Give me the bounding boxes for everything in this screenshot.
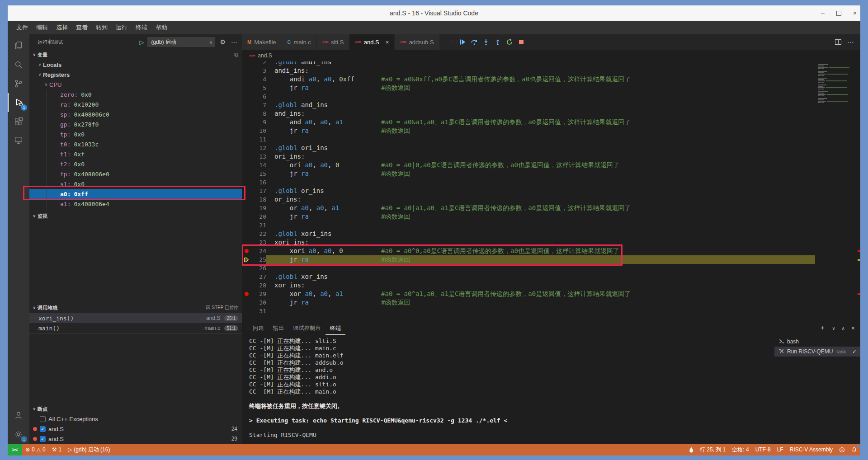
step-over-button[interactable] [471,38,478,46]
tree-item-registers[interactable]: ∨Registers [29,70,242,80]
breadcrumb[interactable]: ASM and.S [242,50,860,61]
gutter-slot[interactable] [242,264,251,272]
breakpoint-row[interactable]: ✓and.S24 [29,424,242,434]
register-row-gp[interactable]: gp:0x278f0 [29,119,242,129]
tab-addsub.S[interactable]: ASMaddsub.S [395,34,439,50]
tree-item-cpu[interactable]: ∨CPU [29,80,242,89]
gutter-slot[interactable] [242,290,251,298]
panel-tab-调试控制台[interactable]: 调试控制台 [288,321,326,335]
gutter-slot[interactable] [242,169,251,178]
tab-main.c[interactable]: Cmain.c [282,34,317,50]
code-line-16[interactable]: 16 [242,178,815,187]
step-into-button[interactable] [482,38,490,46]
code-line-10[interactable]: 10 jr ra #函数返回 [242,127,815,135]
notifications-bell-icon[interactable] [848,444,860,455]
gutter-slot[interactable] [242,187,251,195]
remote-indicator[interactable]: >< [8,444,22,455]
code-text[interactable] [266,221,815,230]
gutter-slot[interactable] [242,247,251,255]
breakpoint-checkbox[interactable]: ✓ [40,426,46,432]
tab-Makefile[interactable]: MMakefile [242,34,282,50]
gutter-slot[interactable] [242,230,251,238]
gutter-slot[interactable] [242,135,251,144]
gutter-slot[interactable] [242,75,251,84]
extensions-icon[interactable] [8,112,29,131]
explorer-icon[interactable] [8,36,29,55]
stop-button[interactable] [518,38,525,46]
code-line-3[interactable]: 3andi_ins: [242,66,815,75]
collapse-all-icon[interactable]: ⧉ [234,52,238,58]
code-line-23[interactable]: 23xori_ins: [242,238,815,247]
accounts-icon[interactable] [8,406,29,425]
register-row-tp[interactable]: tp:0x0 [29,129,242,139]
gutter-slot[interactable] [242,221,251,230]
gutter-slot[interactable] [242,84,251,92]
restart-button[interactable] [506,38,513,46]
code-line-22[interactable]: 22.globl xori_ins [242,230,815,238]
code-line-14[interactable]: 14 ori a0, a0, 0 #a0 = a0|0,a0是C语言调用者传递的… [242,161,815,169]
breakpoint-dot-icon[interactable] [245,292,249,296]
code-line-31[interactable]: 31 [242,307,815,315]
breakpoint-checkbox[interactable] [40,416,46,422]
breakpoint-dot-icon[interactable] [245,249,249,253]
code-line-20[interactable]: 20 jr ra #函数返回 [242,212,815,221]
code-line-30[interactable]: 30 jr ra #函数返回 [242,298,815,307]
gutter-slot[interactable] [242,212,251,221]
language-mode[interactable]: RISC-V Assembly [787,444,836,455]
code-line-7[interactable]: 7.globl and_ins [242,101,815,109]
code-line-19[interactable]: 19 or a0, a0, a1 #a0 = a0|a1,a0、a1是C语言调用… [242,204,815,212]
register-row-t2[interactable]: t2:0x0 [29,159,242,169]
menu-查看[interactable]: 查看 [72,21,92,34]
code-line-9[interactable]: 9 and a0, a0, a1 #a0 = a0&a1,a0、a1是C语言调用… [242,118,815,127]
code-line-15[interactable]: 15 jr ra #函数返回 [242,169,815,178]
menu-选择[interactable]: 选择 [52,21,72,34]
register-row-a1[interactable]: a1:0x408006e4 [29,199,242,209]
search-icon[interactable] [8,55,29,74]
new-terminal-icon[interactable]: ＋ [819,324,826,332]
panel-tab-终端[interactable]: 终端 [326,321,346,335]
code-text[interactable]: or a0, a0, a1 #a0 = a0|a1,a0、a1是C语言调用者传递… [266,204,815,212]
code-text[interactable] [266,307,815,315]
code-text[interactable]: xori a0, a0, 0 #a0 = a0^0,a0是C语言调用者传递的参数… [266,247,815,255]
gutter-slot[interactable] [242,307,251,315]
maximize-panel-icon[interactable]: ∧ [841,326,844,331]
feedback-icon[interactable] [836,444,848,455]
gutter-slot[interactable] [242,272,251,281]
more-actions-icon[interactable]: ⋯ [230,38,238,46]
code-text[interactable]: andi_ins: [266,66,815,75]
gutter-slot[interactable] [242,101,251,109]
editor[interactable]: 2.globl andi_ins3andi_ins:4 andi a0, a0,… [242,61,860,321]
split-editor-icon[interactable] [835,39,841,45]
code-text[interactable]: xori_ins: [266,238,815,247]
code-text[interactable]: or_ins: [266,195,815,204]
gutter-slot[interactable] [242,109,251,118]
code-text[interactable]: .globl andi_ins [266,61,815,66]
code-line-24[interactable]: 24 xori a0, a0, 0 #a0 = a0^0,a0是C语言调用者传递… [242,247,815,255]
eol-status[interactable]: LF [774,444,787,455]
code-line-2[interactable]: 2.globl andi_ins [242,61,815,66]
menu-文件[interactable]: 文件 [12,21,32,34]
gutter-slot[interactable] [242,118,251,127]
code-text[interactable] [266,178,815,187]
watch-section-header[interactable]: ∨监视 [29,211,242,221]
register-row-t1[interactable]: t1:0xf [29,149,242,159]
register-row-s1[interactable]: s1:0x0 [29,179,242,189]
code-text[interactable]: xor_ins: [266,281,815,290]
register-row-ra[interactable]: ra:0x10200 [29,99,242,109]
code-line-4[interactable]: 4 andi a0, a0, 0xff #a0 = a0&0xff,a0是C语言… [242,75,815,84]
breakpoint-checkbox[interactable]: ✓ [40,436,46,442]
debug-session-status[interactable]: ▷(gdb) 启动 (16) [65,444,113,455]
gutter-slot[interactable] [242,195,251,204]
terminal-instance-task[interactable]: Run RISCV-QEMU Task ✓ [774,347,860,357]
code-text[interactable]: .globl or_ins [266,187,815,195]
code-line-28[interactable]: 28xor_ins: [242,281,815,290]
gutter-slot[interactable] [242,281,251,290]
code-line-6[interactable]: 6 [242,92,815,101]
toolbar-grip-icon[interactable]: ⋮⋮ [450,41,454,44]
close-button[interactable]: × [853,9,857,17]
settings-gear-icon[interactable]: 1 [8,425,29,444]
menu-转到[interactable]: 转到 [92,21,112,34]
menu-运行[interactable]: 运行 [112,21,132,34]
cursor-position[interactable]: 行 25, 列 1 [697,444,729,455]
code-text[interactable]: ori a0, a0, 0 #a0 = a0|0,a0是C语言调用者传递的参数，… [266,161,815,169]
